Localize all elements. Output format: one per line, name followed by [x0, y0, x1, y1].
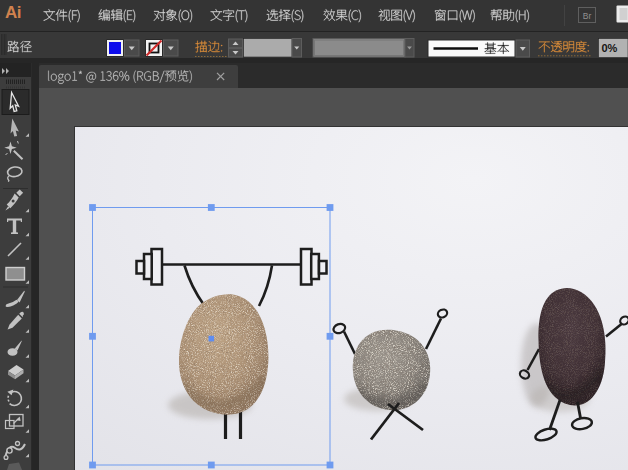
svg-text:Br: Br: [583, 11, 592, 21]
svg-text:0%: 0%: [602, 42, 618, 54]
